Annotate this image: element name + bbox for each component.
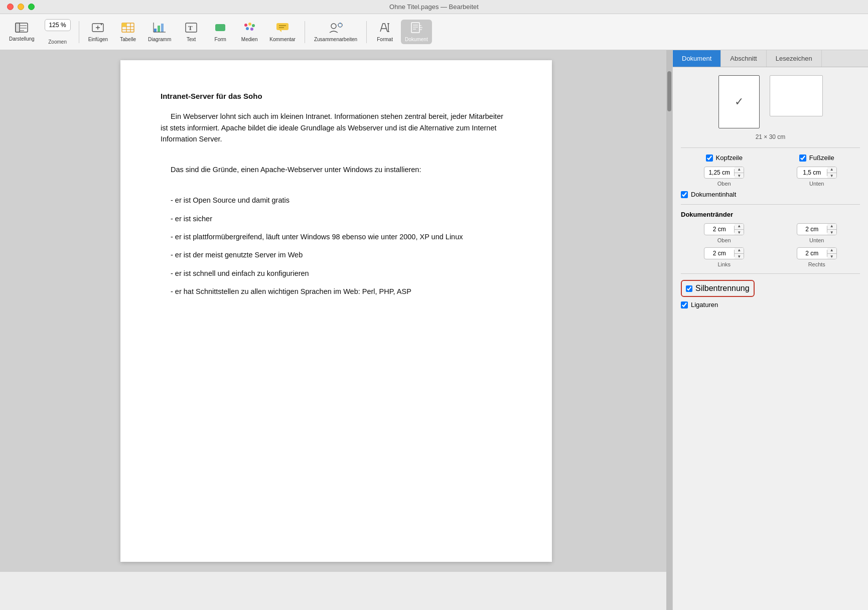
margin-oben-arrows[interactable]: ▲ ▼	[735, 223, 744, 235]
silbentrennung-checkbox[interactable]	[686, 285, 692, 292]
svg-rect-19	[215, 24, 225, 31]
kopfzeile-checkbox[interactable]	[706, 155, 713, 162]
dokument-icon	[409, 22, 423, 36]
divider-2	[305, 21, 305, 43]
margin-oben-down[interactable]: ▼	[735, 230, 744, 236]
minimize-button[interactable]	[18, 4, 24, 10]
canvas-scrollbar[interactable]	[666, 50, 672, 610]
svg-rect-39	[411, 23, 419, 33]
form-button[interactable]: Form	[207, 20, 233, 44]
tab-dokument[interactable]: Dokument	[673, 50, 721, 67]
divider-bottom	[681, 273, 860, 274]
margin-rechts-stepper[interactable]: 2 cm ▲ ▼	[797, 247, 837, 259]
fusszeile-checkbox[interactable]	[799, 155, 806, 162]
darstellung-button[interactable]: Darstellung	[5, 20, 39, 44]
kopfzeile-up[interactable]: ▲	[735, 167, 744, 173]
fusszeile-value[interactable]: 1,5 cm	[797, 169, 827, 176]
tabelle-icon	[121, 22, 135, 36]
einfuegen-button[interactable]: ▾ Einfügen	[84, 20, 112, 44]
margin-unten-value[interactable]: 2 cm	[797, 226, 827, 233]
list-item-2[interactable]: - er ist plattformübergreifend, läuft un…	[161, 231, 512, 242]
ligaturen-checkbox[interactable]	[681, 301, 688, 309]
silbentrennung-label: Silbentrennung	[695, 284, 750, 293]
dokumentinhalt-row: Dokumentinhalt	[681, 191, 860, 198]
kopfzeile-top-label: Oben	[717, 181, 731, 187]
dokumentinhalt-checkbox[interactable]	[681, 191, 688, 198]
margin-rechts-value[interactable]: 2 cm	[797, 250, 827, 257]
kopfzeile-stepper[interactable]: 1,25 cm ▲ ▼	[704, 167, 744, 179]
format-button[interactable]: Format	[372, 20, 398, 44]
fusszeile-up[interactable]: ▲	[827, 167, 836, 173]
margin-oben-up[interactable]: ▲	[735, 223, 744, 230]
format-label: Format	[377, 37, 393, 42]
svg-rect-13	[158, 26, 160, 32]
document-para2[interactable]: Das sind die Gründe, einen Apache-Webser…	[161, 164, 512, 175]
margin-rechts-arrows[interactable]: ▲ ▼	[827, 247, 836, 259]
list-item-5[interactable]: - er hat Schnittstellen zu allen wichtig…	[161, 286, 512, 297]
list-item-1[interactable]: - er ist sicher	[161, 213, 512, 224]
fusszeile-arrows[interactable]: ▲ ▼	[827, 167, 836, 179]
paper-preview-portrait[interactable]: ✓	[718, 75, 760, 128]
dokumentinhalt-label: Dokumentinhalt	[691, 191, 736, 198]
diagramm-label: Diagramm	[148, 37, 171, 42]
margin-rechts-label: Rechts	[808, 261, 825, 267]
kopfzeile-value[interactable]: 1,25 cm	[704, 169, 735, 176]
svg-rect-11	[122, 23, 126, 27]
fusszeile-stepper[interactable]: 1,5 cm ▲ ▼	[797, 167, 837, 179]
header-footer-row: Kopfzeile 1,25 cm ▲ ▼ Oben Fußzeile	[681, 154, 860, 187]
einfuegen-icon: ▾	[91, 22, 104, 36]
kopfzeile-arrows[interactable]: ▲ ▼	[735, 167, 744, 179]
margin-links-up[interactable]: ▲	[735, 247, 744, 254]
scrollbar-thumb[interactable]	[667, 71, 671, 111]
panel-content: ✓ 21 × 30 cm Kopfzeile 1,25 cm	[673, 67, 868, 610]
margin-unten-up[interactable]: ▲	[827, 223, 836, 230]
dokumentraender-title: Dokumentränder	[681, 211, 860, 218]
dokument-toolbar-button[interactable]: Dokument	[401, 20, 432, 44]
list-item-0[interactable]: - er ist Open Source und damit gratis	[161, 195, 512, 206]
close-button[interactable]	[7, 4, 14, 10]
ligaturen-row: Ligaturen	[681, 301, 860, 309]
tab-lesezeichen[interactable]: Lesezeichen	[767, 50, 822, 67]
margin-oben-value[interactable]: 2 cm	[704, 226, 735, 233]
divider-margins	[681, 204, 860, 205]
margin-rechts-up[interactable]: ▲	[827, 247, 836, 254]
tabelle-button[interactable]: Tabelle	[115, 20, 141, 44]
document-para1[interactable]: Ein Webserver lohnt sich auch im kleinen…	[161, 111, 512, 144]
list-item-4[interactable]: - er ist schnell und einfach zu konfigur…	[161, 268, 512, 279]
zoomen-label: Zoomen	[48, 39, 67, 45]
list-item-3[interactable]: - er ist der meist genutzte Server im We…	[161, 249, 512, 260]
text-button[interactable]: T Text	[178, 20, 204, 44]
svg-point-21	[248, 23, 251, 26]
footer-group: Fußzeile 1,5 cm ▲ ▼ Unten	[774, 154, 860, 187]
margin-links-arrows[interactable]: ▲ ▼	[735, 247, 744, 259]
kommentar-button[interactable]: Kommentar	[265, 20, 300, 44]
svg-point-29	[331, 24, 336, 29]
margin-links-stepper[interactable]: 2 cm ▲ ▼	[704, 247, 744, 259]
margin-unten-arrows[interactable]: ▲ ▼	[827, 223, 836, 235]
zusammenarbeiten-button[interactable]: Zusammenarbeiten	[310, 20, 361, 44]
paper-option-portrait[interactable]: ✓	[718, 75, 760, 128]
paper-option-landscape[interactable]	[770, 75, 823, 128]
divider-1	[79, 21, 79, 43]
zoom-value[interactable]: 125 %	[45, 19, 71, 31]
margin-links-value[interactable]: 2 cm	[704, 250, 735, 257]
medien-button[interactable]: Medien	[236, 20, 262, 44]
paper-preview-landscape[interactable]	[770, 75, 823, 116]
margin-unten-down[interactable]: ▼	[827, 230, 836, 236]
margin-unten-stepper[interactable]: 2 cm ▲ ▼	[797, 223, 837, 235]
tab-abschnitt[interactable]: Abschnitt	[721, 50, 766, 67]
margin-rechts-down[interactable]: ▼	[827, 254, 836, 260]
svg-point-22	[252, 24, 255, 27]
diagramm-button[interactable]: Diagramm	[144, 20, 175, 44]
fusszeile-down[interactable]: ▼	[827, 173, 836, 179]
zoom-button[interactable]: 125 % Zoomen	[42, 17, 74, 47]
margins-top-bottom: 2 cm ▲ ▼ Oben 2 cm ▲ ▼	[681, 223, 860, 243]
document-page[interactable]: Intranet-Server für das Soho Ein Webserv…	[120, 60, 552, 562]
margin-oben-stepper[interactable]: 2 cm ▲ ▼	[704, 223, 744, 235]
margin-links-down[interactable]: ▼	[735, 254, 744, 260]
format-icon	[378, 22, 392, 36]
maximize-button[interactable]	[28, 4, 35, 10]
fusszeile-row: Fußzeile	[799, 154, 834, 162]
canvas-area[interactable]: Intranet-Server für das Soho Ein Webserv…	[0, 50, 672, 572]
kopfzeile-down[interactable]: ▼	[735, 173, 744, 179]
